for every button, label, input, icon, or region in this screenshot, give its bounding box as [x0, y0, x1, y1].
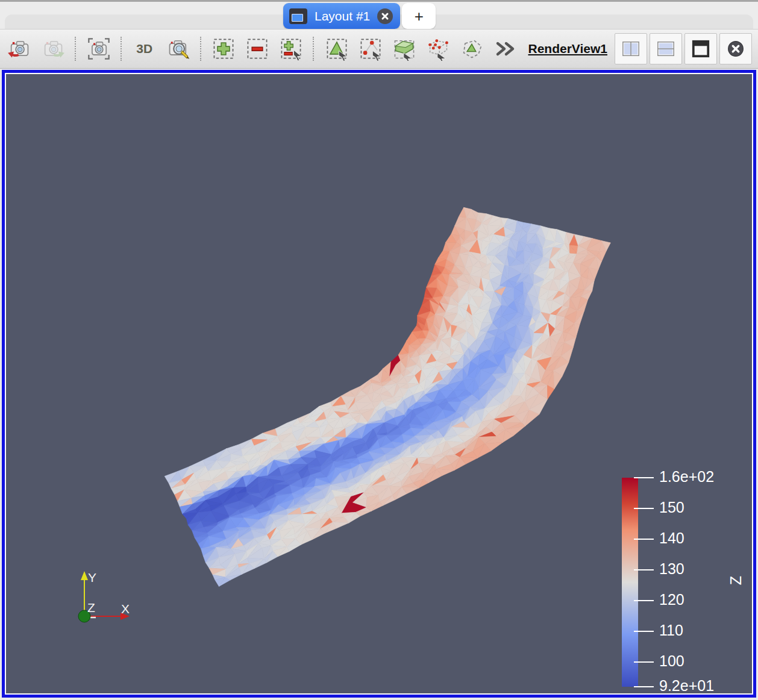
y-axis-arrow	[81, 571, 88, 580]
toolbar-overflow-button[interactable]	[492, 35, 518, 63]
interaction-mode-3d-button[interactable]: 3D	[131, 41, 158, 57]
legend-tick	[634, 477, 654, 478]
z-axis-label: Z	[87, 601, 95, 614]
add-selection-button[interactable]	[210, 35, 237, 63]
plus-selection-icon	[211, 37, 236, 61]
legend-tick-label: 9.2e+01	[659, 677, 714, 693]
tab-layout-1[interactable]: Layout #1	[283, 3, 400, 29]
select-points-on-button[interactable]	[357, 35, 384, 63]
select-frustum-cells-icon	[392, 37, 416, 61]
layout-tabs: Layout #1 +	[283, 3, 436, 29]
active-view-label[interactable]: RenderView1	[528, 42, 608, 56]
color-legend-bar[interactable]	[622, 478, 638, 687]
legend-tick	[634, 661, 654, 663]
tab-close-icon[interactable]	[377, 8, 393, 24]
legend-tick-label: 150	[659, 499, 684, 516]
camera-undo-icon	[7, 37, 31, 61]
select-polygon-button[interactable]	[459, 35, 485, 63]
legend-tick	[634, 631, 654, 632]
split-view-vertical-button[interactable]	[650, 33, 682, 64]
select-surface-points-icon	[359, 37, 383, 61]
toolbar-separator	[121, 37, 123, 61]
layout-tab-bar: Layout #1 +	[0, 0, 758, 29]
legend-tick	[634, 569, 654, 570]
paraview-window: { "tab_bar": { "active_tab_label": "Layo…	[0, 0, 758, 700]
redo-camera-button[interactable]	[40, 35, 66, 63]
select-cells-on-button[interactable]	[324, 35, 350, 63]
legend-tick	[634, 508, 654, 509]
plus-icon: +	[415, 8, 424, 24]
minus-selection-icon	[245, 37, 269, 61]
double-chevron-right-icon	[495, 39, 516, 59]
select-surface-cells-icon	[325, 37, 349, 61]
split-view-horizontal-button[interactable]	[615, 33, 647, 64]
new-tab-button[interactable]: +	[402, 3, 436, 29]
legend-tick-label: 110	[659, 622, 683, 639]
select-points-through-button[interactable]	[425, 35, 451, 63]
select-frustum-points-icon	[426, 37, 450, 61]
close-view-button[interactable]	[719, 33, 752, 64]
maximize-view-button[interactable]	[684, 33, 717, 64]
split-horizontal-icon	[621, 39, 641, 58]
plus-minus-selection-icon	[279, 37, 303, 61]
polygon-select-icon	[460, 37, 484, 61]
render-view[interactable]: 1.6e+021501401301201101009.2e+01 Z Y X Z	[6, 74, 752, 693]
close-circle-icon	[725, 39, 746, 58]
subtract-selection-button[interactable]	[244, 35, 271, 63]
legend-tick	[634, 600, 654, 601]
layout-window-icon	[289, 8, 307, 24]
legend-tick	[634, 539, 654, 540]
color-legend-title: Z	[727, 576, 745, 585]
legend-tick	[634, 686, 654, 687]
x-axis-label: X	[121, 602, 130, 616]
legend-tick-label: 130	[659, 560, 684, 578]
camera-redo-icon	[41, 37, 65, 61]
y-axis-label: Y	[88, 570, 96, 584]
undo-camera-button[interactable]	[6, 35, 33, 63]
orientation-axes: Y X Z	[39, 559, 142, 640]
legend-tick-label: 100	[659, 652, 684, 670]
select-cells-through-button[interactable]	[391, 35, 418, 63]
maximize-icon	[691, 39, 711, 58]
camera-magnifier-pencil-icon	[166, 37, 190, 61]
toolbar-separator	[313, 37, 315, 61]
tab-label: Layout #1	[315, 9, 370, 23]
color-legend[interactable]: 1.6e+021501401301201101009.2e+01 Z	[622, 478, 752, 693]
zoom-to-data-button[interactable]	[165, 35, 192, 63]
toggle-selection-button[interactable]	[278, 35, 304, 63]
legend-tick-label: 120	[659, 591, 684, 608]
split-vertical-icon	[656, 39, 676, 58]
adjust-camera-button[interactable]	[86, 35, 112, 63]
legend-tick-label: 1.6e+02	[659, 468, 714, 486]
close-x-glyph	[381, 12, 389, 20]
render-view-frame: 1.6e+021501401301201101009.2e+01 Z Y X Z	[2, 70, 756, 698]
legend-tick-label: 140	[659, 530, 684, 547]
camera-toolbar: 3D	[0, 29, 758, 69]
toolbar-separator	[200, 37, 202, 61]
view-window-buttons	[615, 33, 752, 64]
layout-window-icon-pane	[292, 14, 303, 22]
toolbar-separator	[75, 37, 77, 61]
camera-capture-icon	[87, 37, 111, 61]
